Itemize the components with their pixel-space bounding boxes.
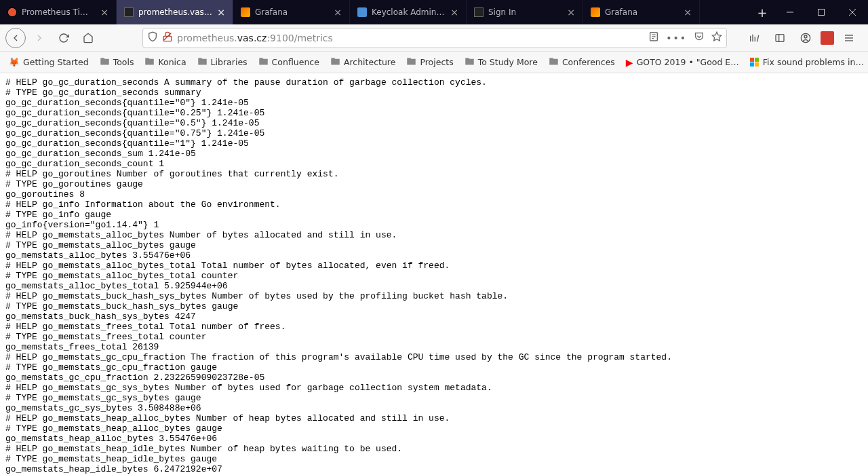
folder-icon xyxy=(465,56,475,69)
svg-point-18 xyxy=(804,35,807,38)
svg-line-14 xyxy=(757,35,759,41)
tab-favicon xyxy=(123,7,134,18)
metrics-text: # HELP go_gc_duration_seconds A summary … xyxy=(0,73,868,475)
bookmarks-toolbar: 🦊Getting StartedToolsKonicaLibrariesConf… xyxy=(0,52,868,73)
bookmark-label: Projects xyxy=(420,57,453,67)
close-tab-icon[interactable]: × xyxy=(333,7,342,17)
tab-3[interactable]: Keycloak Admin Con× xyxy=(350,0,467,24)
close-window-button[interactable] xyxy=(837,0,868,24)
tab-label: Prometheus Time Se xyxy=(22,7,96,17)
bookmark-label: GOTO 2019 • "Good E… xyxy=(637,57,739,67)
tab-5[interactable]: Grafana× xyxy=(583,0,700,24)
maximize-button[interactable] xyxy=(806,0,837,24)
bookmark-label: Architecture xyxy=(344,57,396,67)
bookmark-label: Confluence xyxy=(272,57,319,67)
bookmark-label: To Study More xyxy=(478,57,538,67)
close-tab-icon[interactable]: × xyxy=(450,7,459,17)
pocket-icon[interactable] xyxy=(694,31,705,44)
svg-marker-10 xyxy=(712,32,721,41)
tab-4[interactable]: Sign In× xyxy=(467,0,583,24)
bookmark-item[interactable]: 🦊Getting Started xyxy=(4,55,94,69)
page-actions-icon[interactable]: ••• xyxy=(666,33,687,43)
bookmark-item[interactable]: To Study More xyxy=(460,54,542,71)
folder-icon xyxy=(330,56,340,69)
folder-icon xyxy=(406,56,416,69)
folder-icon xyxy=(197,56,208,69)
close-tab-icon[interactable]: × xyxy=(100,7,109,17)
tab-label: Grafana xyxy=(605,7,679,17)
bookmark-item[interactable]: ▶GOTO 2019 • "Good E… xyxy=(621,55,744,70)
tab-favicon xyxy=(590,7,601,18)
tab-2[interactable]: Grafana× xyxy=(233,0,350,24)
svg-rect-1 xyxy=(818,10,825,16)
bookmark-label: Getting Started xyxy=(23,57,89,67)
new-tab-button[interactable]: + xyxy=(750,0,774,24)
forward-button[interactable] xyxy=(28,27,50,49)
bookmark-item[interactable]: Projects xyxy=(401,54,458,71)
close-tab-icon[interactable]: × xyxy=(216,7,226,17)
folder-icon xyxy=(549,56,559,69)
sidebar-icon[interactable] xyxy=(769,27,791,49)
account-icon[interactable] xyxy=(795,27,816,49)
tab-label: Sign In xyxy=(488,7,562,17)
insecure-lock-icon[interactable] xyxy=(162,31,173,44)
tab-favicon xyxy=(7,7,18,18)
bookmark-label: Conferences xyxy=(562,57,615,67)
reader-mode-icon[interactable] xyxy=(648,31,659,44)
bookmark-label: Konica xyxy=(158,57,186,67)
window-controls xyxy=(774,0,868,24)
bookmark-item[interactable]: Architecture xyxy=(326,54,401,71)
nav-toolbar: prometheus.vas.cz:9100/metrics ••• xyxy=(0,24,868,52)
tab-label: Grafana xyxy=(255,7,329,17)
title-bar: Prometheus Time Se×prometheus.vas.cz:910… xyxy=(0,0,868,24)
bookmark-star-icon[interactable] xyxy=(711,31,722,44)
tracking-shield-icon[interactable] xyxy=(147,31,158,44)
tab-favicon xyxy=(240,7,251,18)
bookmark-item[interactable]: Confluence xyxy=(254,54,324,71)
tab-1[interactable]: prometheus.vas.cz:9100/× xyxy=(117,0,233,24)
home-button[interactable] xyxy=(77,27,99,49)
close-tab-icon[interactable]: × xyxy=(566,7,576,17)
tab-strip: Prometheus Time Se×prometheus.vas.cz:910… xyxy=(0,0,750,24)
bookmark-label: Fix sound problems in… xyxy=(763,57,864,67)
bookmark-item[interactable]: Konica xyxy=(140,54,191,71)
windows-icon xyxy=(750,58,760,67)
bookmark-label: Libraries xyxy=(211,57,248,67)
close-tab-icon[interactable]: × xyxy=(683,7,692,17)
bookmark-item[interactable]: Libraries xyxy=(193,54,252,71)
tab-favicon xyxy=(357,7,368,18)
page-content[interactable]: # HELP go_gc_duration_seconds A summary … xyxy=(0,73,868,475)
library-icon[interactable] xyxy=(743,27,765,49)
folder-icon xyxy=(100,56,110,69)
tab-label: prometheus.vas.cz:9100/ xyxy=(138,7,212,17)
tab-0[interactable]: Prometheus Time Se× xyxy=(0,0,117,24)
tab-label: Keycloak Admin Con xyxy=(372,7,446,17)
bookmark-label: Tools xyxy=(113,57,134,67)
url-bar[interactable]: prometheus.vas.cz:9100/metrics ••• xyxy=(142,28,727,48)
firefox-icon: 🦊 xyxy=(9,57,20,67)
folder-icon xyxy=(258,56,269,69)
svg-rect-15 xyxy=(776,34,784,41)
back-button[interactable] xyxy=(5,28,26,48)
menu-button[interactable] xyxy=(838,27,860,49)
folder-icon xyxy=(144,56,155,69)
youtube-icon: ▶ xyxy=(626,57,633,68)
url-text: prometheus.vas.cz:9100/metrics xyxy=(177,33,644,43)
reload-button[interactable] xyxy=(53,27,75,49)
minimize-button[interactable] xyxy=(774,0,806,24)
bookmark-item[interactable]: Fix sound problems in… xyxy=(745,55,868,69)
bookmark-item[interactable]: Tools xyxy=(95,54,139,71)
tab-favicon xyxy=(473,7,484,18)
extension-ublock-icon[interactable] xyxy=(821,31,834,45)
bookmark-item[interactable]: Conferences xyxy=(544,54,620,71)
